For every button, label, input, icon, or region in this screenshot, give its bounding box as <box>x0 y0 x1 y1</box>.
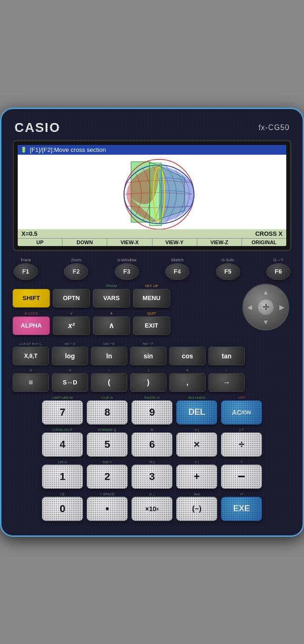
dpad-down-icon[interactable]: ▼ <box>263 318 269 326</box>
dpad-right-icon[interactable]: ▶ <box>279 303 284 311</box>
shift-wrapper: SHIFT <box>13 284 50 308</box>
key-5[interactable]: 5 <box>87 432 128 457</box>
key-6[interactable]: 6 <box>131 432 173 457</box>
f2-group: Zoom F2 <box>64 258 88 280</box>
dpad-area: ▲ ▼ ◀ ▶ ✛ <box>240 284 291 330</box>
key-7[interactable]: 7 <box>42 400 83 425</box>
battery-icon: 🔋 <box>21 147 27 153</box>
shift-button[interactable]: SHIFT <box>13 289 50 308</box>
plus-top-label: X ] <box>176 460 217 464</box>
num4-top-label: CATALOG P <box>42 428 83 432</box>
numpad-row-3: 1 2 3 + − <box>13 465 291 489</box>
multiply-button[interactable]: × <box>176 432 217 457</box>
f6-group: G→T F6 <box>266 258 290 280</box>
sci-notation-button[interactable]: ×10x <box>131 497 173 521</box>
caret-wrapper: ∧ ∧ <box>93 311 130 335</box>
f4-label: Sketch <box>171 258 184 262</box>
minus-top-label: Y <box>221 460 262 464</box>
f1-label: Trace <box>21 258 31 262</box>
calculator: CASIO fx-CG50 🔋 [F1]/[F2]:Move cross sec… <box>0 108 304 537</box>
screen-fn-btn-original[interactable]: ORIGINAL <box>242 239 286 246</box>
acon-button[interactable]: AC/ON <box>221 400 262 425</box>
dot-top-label: = SPACE <box>87 492 128 496</box>
exe-button[interactable]: EXE <box>221 497 262 521</box>
rparen-wrapper: J ) <box>130 368 166 392</box>
dpad-center[interactable]: ✛ <box>257 299 274 315</box>
exit-wrapper: QUIT EXIT <box>133 311 170 335</box>
neg-top-label: Ans <box>176 492 217 496</box>
sin-wrapper: tan⁻¹ F sin <box>130 342 166 365</box>
key-4[interactable]: 4 <box>42 432 83 457</box>
arrow-button[interactable]: → <box>208 373 245 392</box>
key-3[interactable]: 3 <box>131 465 173 489</box>
key-8[interactable]: 8 <box>87 400 128 425</box>
vars-button[interactable]: VARS <box>93 289 130 308</box>
key-1[interactable]: 1 <box>42 465 83 489</box>
f1-button[interactable]: F1 <box>14 263 38 280</box>
dpad[interactable]: ▲ ▼ ◀ ▶ ✛ <box>242 284 289 330</box>
frac-wrapper: G ≡ <box>13 368 49 392</box>
f5-button[interactable]: F5 <box>216 263 240 280</box>
menu-button[interactable]: MENU <box>133 289 170 308</box>
brand-label: CASIO <box>14 120 61 135</box>
alpha-button[interactable]: ALPHA <box>13 316 50 335</box>
optn-button[interactable]: OPTN <box>53 289 90 308</box>
key-9[interactable]: 9 <box>131 400 173 425</box>
xtheta-button[interactable]: X,θ,T <box>13 347 49 365</box>
num3-top-label: W [ <box>131 460 173 464</box>
cos-button[interactable]: cos <box>169 347 206 365</box>
f-keys-row: Trace F1 Zoom F2 V-Window F3 Sketch F4 G… <box>13 258 291 280</box>
comma-wrapper: K , <box>169 368 206 392</box>
header: CASIO fx-CG50 <box>11 117 293 140</box>
log-top: sin⁻¹ D <box>65 342 75 346</box>
mult-top-label: S { <box>176 428 217 432</box>
sin-button[interactable]: sin <box>130 347 166 365</box>
screen-fn-btn-down[interactable]: DOWN <box>62 239 107 246</box>
exit-button[interactable]: EXIT <box>133 316 170 335</box>
numpad-section: CAPTURE M CLIP N PASTE O INS UNDO OFF 7 … <box>13 396 291 521</box>
sd-wrapper: H S↔D <box>52 368 88 392</box>
dpad-up-icon[interactable]: ▲ <box>263 288 269 296</box>
ln-wrapper: cos⁻¹ E ln <box>91 342 127 365</box>
screen-fn-btn-viewz[interactable]: VIEW-Z <box>197 239 242 246</box>
screen-fn-btn-viewy[interactable]: VIEW-Y <box>152 239 197 246</box>
frac-button[interactable]: ≡ <box>13 373 49 392</box>
num2-top-label: Mat V <box>87 460 128 464</box>
screen-top-bar: 🔋 [F1]/[F2]:Move cross section <box>18 145 286 155</box>
tan-button[interactable]: tan <box>208 347 245 365</box>
sd-button[interactable]: S↔D <box>52 373 88 392</box>
dot-button[interactable]: • <box>87 497 128 521</box>
f5-group: G-Solv F5 <box>216 258 240 280</box>
caret-button[interactable]: ∧ <box>93 316 130 335</box>
dpad-left-icon[interactable]: ◀ <box>247 303 252 311</box>
plus-button[interactable]: + <box>176 465 217 489</box>
x2-button[interactable]: x² <box>53 316 90 335</box>
f2-button[interactable]: F2 <box>64 263 88 280</box>
key-2[interactable]: 2 <box>87 465 128 489</box>
del-button[interactable]: DEL <box>176 400 217 425</box>
numpad-row-4: 0 • ×10x (−) EXE <box>13 497 291 521</box>
num8-top-label: CLIP N <box>87 396 128 400</box>
screen: 🔋 [F1]/[F2]:Move cross section <box>18 145 286 246</box>
comma-button[interactable]: , <box>169 373 206 392</box>
exe-top-label: ↵ <box>221 492 262 496</box>
model-label: fx-CG50 <box>258 123 290 132</box>
screen-fn-btn-viewx[interactable]: VIEW-X <box>107 239 152 246</box>
f6-button[interactable]: F6 <box>266 263 290 280</box>
tan-wrapper: tan <box>208 342 245 365</box>
minus-button[interactable]: − <box>221 465 262 489</box>
neg-button[interactable]: (−) <box>176 497 217 521</box>
f3-button[interactable]: F3 <box>115 263 139 280</box>
rparen-button[interactable]: ) <box>130 373 166 392</box>
num0-top-label: i Z <box>42 492 83 496</box>
keys-section: Trace F1 Zoom F2 V-Window F3 Sketch F4 G… <box>11 258 293 521</box>
lparen-button[interactable]: ( <box>91 373 127 392</box>
sphere-graphic <box>18 155 286 229</box>
log-button[interactable]: log <box>52 347 88 365</box>
screen-fn-btn-up[interactable]: UP <box>18 239 62 246</box>
f4-button[interactable]: F4 <box>165 263 189 280</box>
key-0[interactable]: 0 <box>42 497 83 521</box>
divide-button[interactable]: ÷ <box>221 432 262 457</box>
f4-group: Sketch F4 <box>165 258 189 280</box>
ln-button[interactable]: ln <box>91 347 127 365</box>
